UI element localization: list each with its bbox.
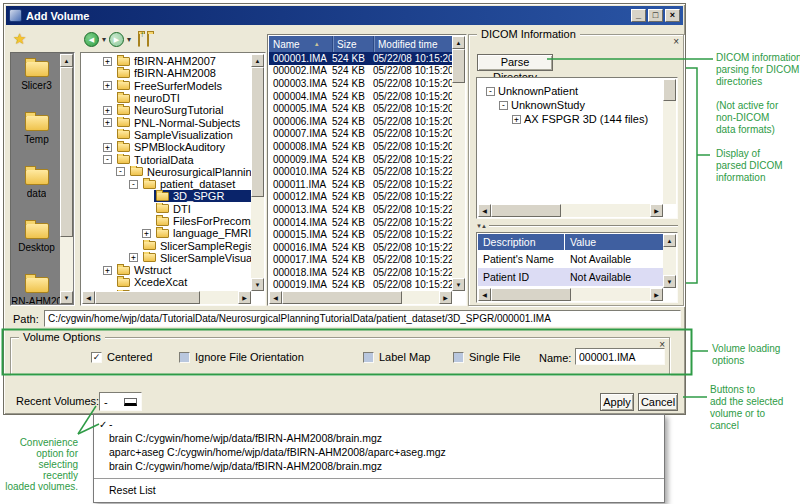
forward-icon[interactable]: ▶ bbox=[109, 32, 124, 47]
back-history-caret-icon[interactable]: ▾ bbox=[102, 35, 106, 44]
scroll-left-icon[interactable]: ◀ bbox=[478, 288, 491, 301]
scrollbar-thumb[interactable] bbox=[282, 291, 402, 304]
maximize-icon[interactable]: □ bbox=[648, 9, 663, 22]
tree-item[interactable]: DTI bbox=[82, 203, 251, 215]
menu-item[interactable]: ✓ - bbox=[94, 417, 664, 431]
file-row[interactable]: 000001.IMA 524 KB 05/22/08 10:15:20 bbox=[269, 52, 452, 65]
tree-item[interactable]: SampleVisualization bbox=[82, 129, 251, 141]
back-icon[interactable]: ◀ bbox=[84, 32, 99, 47]
path-input[interactable] bbox=[44, 310, 681, 327]
scroll-up-icon[interactable]: ▲ bbox=[663, 234, 676, 247]
expander-icon[interactable]: + bbox=[103, 118, 112, 127]
favorite-folder-item[interactable]: RN-AHM20 bbox=[12, 270, 61, 304]
file-row[interactable]: 000017.IMA 524 KB 05/22/08 10:15:22 bbox=[269, 254, 452, 267]
expander-icon[interactable]: + bbox=[142, 229, 151, 238]
expander-icon[interactable]: + bbox=[103, 81, 112, 90]
file-row[interactable]: 000003.IMA 524 KB 05/22/08 10:15:20 bbox=[269, 77, 452, 90]
tree-item[interactable]: + SlicerSampleVisualiz bbox=[82, 252, 251, 264]
scroll-up-icon[interactable]: ▲ bbox=[251, 54, 264, 67]
dicom-table-row[interactable]: Patient ID Not Available bbox=[478, 268, 663, 286]
column-header-value[interactable]: Value bbox=[565, 236, 663, 248]
tree-item[interactable]: + FreeSurferModels bbox=[82, 80, 251, 92]
menu-item[interactable]: Reset List bbox=[94, 481, 664, 498]
parse-directory-button[interactable]: Parse Directory bbox=[477, 54, 553, 71]
tree-item[interactable]: fBIRN-AHM2008 bbox=[82, 67, 251, 79]
dicom-tree-item[interactable]: - UnknownPatient bbox=[478, 84, 663, 98]
column-header-description[interactable]: Description bbox=[478, 234, 565, 250]
column-header-size[interactable]: Size bbox=[333, 36, 374, 52]
cancel-button[interactable]: Cancel bbox=[638, 393, 678, 411]
favorite-folder-item[interactable]: Desktop bbox=[12, 216, 61, 270]
expander-icon[interactable]: + bbox=[512, 115, 521, 124]
apply-button[interactable]: Apply bbox=[600, 393, 634, 411]
file-row[interactable]: 000007.IMA 524 KB 05/22/08 10:15:20 bbox=[269, 128, 452, 141]
scrollbar-thumb[interactable] bbox=[491, 204, 561, 217]
menu-item[interactable]: brain C:/cygwin/home/wjp/data/fBIRN-AHM2… bbox=[94, 431, 664, 445]
tree-item[interactable]: - NeurosurgicalPlannin bbox=[82, 166, 251, 178]
menu-item[interactable]: aparc+aseg C:/cygwin/home/wjp/data/fBIRN… bbox=[94, 445, 664, 459]
volume-option-checkbox[interactable]: Label Map bbox=[363, 350, 430, 364]
dicom-tree-item[interactable]: + AX FSPGR 3D (144 files) bbox=[478, 112, 663, 126]
file-row[interactable]: 000012.IMA 524 KB 05/22/08 10:15:22 bbox=[269, 191, 452, 204]
expander-icon[interactable]: + bbox=[129, 253, 138, 262]
volume-name-input[interactable] bbox=[575, 348, 665, 365]
tree-item[interactable]: XcedeXcat bbox=[82, 276, 251, 288]
scrollbar-thumb[interactable] bbox=[95, 291, 200, 304]
sidebar-scrollbar[interactable]: ▲ ▼ bbox=[60, 54, 73, 304]
tree-item[interactable]: + SPMBlockAuditory bbox=[82, 141, 251, 153]
favorite-folder-item[interactable]: Slicer3 bbox=[12, 54, 61, 108]
tree-horizontal-scrollbar[interactable]: ◀ ▶ bbox=[82, 291, 251, 304]
tree-item[interactable]: neuroDTI bbox=[82, 92, 251, 104]
expander-icon[interactable]: - bbox=[486, 87, 495, 96]
tree-vertical-scrollbar[interactable]: ▲ ▼ bbox=[251, 54, 264, 291]
expander-icon[interactable]: - bbox=[103, 155, 112, 164]
favorite-folder-item[interactable]: data bbox=[12, 162, 61, 216]
scroll-down-icon[interactable]: ▼ bbox=[452, 278, 465, 291]
checkbox-icon[interactable]: ✓ bbox=[91, 352, 102, 363]
scroll-left-icon[interactable]: ◀ bbox=[269, 291, 282, 304]
column-header-name[interactable]: Name ▲ bbox=[269, 36, 333, 52]
tree-item[interactable]: FilesForPrecomp bbox=[82, 215, 251, 227]
close-icon[interactable]: × bbox=[665, 9, 680, 22]
expander-icon[interactable]: + bbox=[103, 266, 112, 275]
checkbox-icon[interactable] bbox=[453, 352, 464, 363]
open-folder-icon[interactable] bbox=[147, 34, 149, 46]
scroll-right-icon[interactable]: ▶ bbox=[650, 288, 663, 301]
expander-icon[interactable]: - bbox=[499, 101, 508, 110]
dicom-tree-horizontal-scrollbar[interactable]: ◀ ▶ bbox=[478, 204, 663, 217]
file-row[interactable]: 000019.IMA 524 KB 05/22/08 10:15:22 bbox=[269, 279, 452, 291]
dicom-splitter[interactable]: ▼▲ bbox=[476, 222, 678, 230]
recent-volumes-dropdown[interactable]: - bbox=[99, 392, 142, 411]
tree-item[interactable]: + Wstruct bbox=[82, 264, 251, 276]
title-bar[interactable]: Add Volume _ □ × bbox=[6, 6, 683, 25]
dicom-frame-close-icon[interactable]: × bbox=[673, 37, 679, 47]
file-row[interactable]: 000014.IMA 524 KB 05/22/08 10:15:22 bbox=[269, 216, 452, 229]
expander-icon[interactable]: + bbox=[103, 143, 112, 152]
favorites-star-icon[interactable]: ★ bbox=[13, 30, 26, 48]
checkbox-icon[interactable] bbox=[363, 352, 374, 363]
file-row[interactable]: 000013.IMA 524 KB 05/22/08 10:15:22 bbox=[269, 203, 452, 216]
expander-icon[interactable]: - bbox=[116, 167, 125, 176]
dicom-tree-item[interactable]: - UnknownStudy bbox=[478, 98, 663, 112]
volume-option-checkbox[interactable]: ✓ Centered bbox=[91, 350, 152, 364]
checkbox-icon[interactable] bbox=[179, 352, 190, 363]
file-row[interactable]: 000009.IMA 524 KB 05/22/08 10:15:22 bbox=[269, 153, 452, 166]
scrollbar-thumb[interactable] bbox=[663, 79, 676, 101]
expander-icon[interactable]: + bbox=[103, 106, 112, 115]
file-list-vertical-scrollbar[interactable]: ▲ ▼ bbox=[452, 36, 465, 291]
scrollbar-thumb[interactable] bbox=[452, 49, 465, 83]
favorite-folder-item[interactable]: Temp bbox=[12, 108, 61, 162]
volume-option-checkbox[interactable]: Ignore File Orientation bbox=[179, 350, 304, 364]
file-row[interactable]: 000016.IMA 524 KB 05/22/08 10:15:22 bbox=[269, 241, 452, 254]
scrollbar-thumb[interactable] bbox=[491, 288, 571, 301]
scroll-down-icon[interactable]: ▼ bbox=[60, 291, 73, 304]
scroll-right-icon[interactable]: ▶ bbox=[439, 291, 452, 304]
tree-item[interactable]: + NeuroSurgTutorial bbox=[82, 104, 251, 116]
volume-option-checkbox[interactable]: Single File bbox=[453, 350, 520, 364]
tree-item[interactable]: - patient_dataset bbox=[82, 178, 251, 190]
dicom-tree-vertical-scrollbar[interactable] bbox=[663, 79, 676, 204]
scroll-left-icon[interactable]: ◀ bbox=[82, 291, 95, 304]
dicom-table-horizontal-scrollbar[interactable]: ◀ ▶ bbox=[478, 288, 663, 301]
scroll-left-icon[interactable]: ◀ bbox=[478, 204, 491, 217]
file-row[interactable]: 000008.IMA 524 KB 05/22/08 10:15:20 bbox=[269, 140, 452, 153]
